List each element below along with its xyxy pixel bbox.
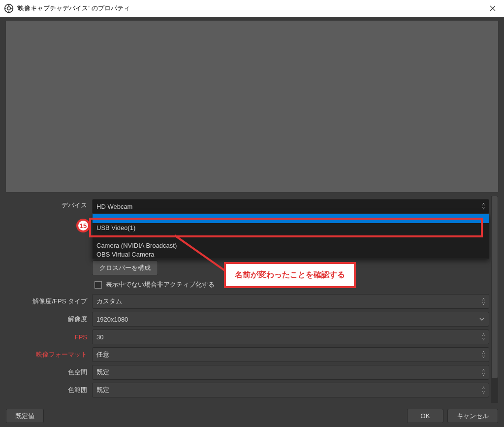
stepper-icon xyxy=(482,350,485,359)
stepper-icon xyxy=(482,332,485,341)
video-format-label: 映像フォーマット xyxy=(6,350,92,359)
close-button[interactable] xyxy=(481,0,504,17)
scrollbar-thumb[interactable] xyxy=(492,196,498,378)
device-option[interactable] xyxy=(93,214,489,223)
video-format-select[interactable]: 任意 xyxy=(92,347,489,362)
app-icon xyxy=(4,3,14,13)
device-option[interactable]: OBS Virtual Camera xyxy=(93,250,489,259)
stepper-icon xyxy=(482,368,485,377)
title-bar: '映像キャプチャデバイス' のプロパティ xyxy=(0,0,504,17)
res-fps-type-label: 解像度/FPS タイプ xyxy=(6,297,92,306)
chevron-down-icon xyxy=(479,316,485,323)
fps-label: FPS xyxy=(6,333,92,341)
stepper-icon xyxy=(482,386,485,394)
defaults-button[interactable]: 既定値 xyxy=(6,409,44,423)
configure-crossbar-button[interactable]: クロスバーを構成 xyxy=(92,261,158,275)
device-options-list: USB Video(1) Camera (NVIDIA Broadcast) O… xyxy=(92,214,489,259)
window-title: '映像キャプチャデバイス' のプロパティ xyxy=(17,4,481,13)
res-fps-type-select[interactable]: カスタム xyxy=(92,294,489,309)
device-option[interactable]: Camera (NVIDIA Broadcast) xyxy=(93,241,489,250)
annotation-note: 名前が変わったことを確認する xyxy=(224,262,356,288)
colorrange-label: 色範囲 xyxy=(6,386,92,394)
resolution-label: 解像度 xyxy=(6,315,92,324)
annotation-step-badge: 15 xyxy=(76,219,90,232)
device-option[interactable]: USB Video(1) xyxy=(93,223,489,232)
video-preview xyxy=(6,21,498,192)
device-select[interactable]: HD Webcam xyxy=(92,199,489,214)
resolution-select[interactable]: 1920x1080 xyxy=(92,312,489,327)
stepper-icon xyxy=(482,202,485,210)
deactivate-label: 表示中でない場合非アクティブ化する xyxy=(106,280,215,289)
stepper-icon xyxy=(482,297,485,306)
dialog-footer: 既定値 OK キャンセル xyxy=(0,409,504,423)
colorspace-label: 色空間 xyxy=(6,368,92,377)
ok-button[interactable]: OK xyxy=(407,409,443,423)
checkbox-icon[interactable] xyxy=(94,281,102,289)
device-selected-value: HD Webcam xyxy=(96,203,132,210)
colorrange-select[interactable]: 既定 xyxy=(92,383,489,397)
colorspace-select[interactable]: 既定 xyxy=(92,365,489,380)
svg-point-1 xyxy=(7,7,11,10)
cancel-button[interactable]: キャンセル xyxy=(447,409,498,423)
fps-select[interactable]: 30 xyxy=(92,329,489,344)
scrollbar[interactable] xyxy=(491,196,498,403)
device-label: デバイス xyxy=(6,198,92,210)
device-option[interactable] xyxy=(93,232,489,241)
